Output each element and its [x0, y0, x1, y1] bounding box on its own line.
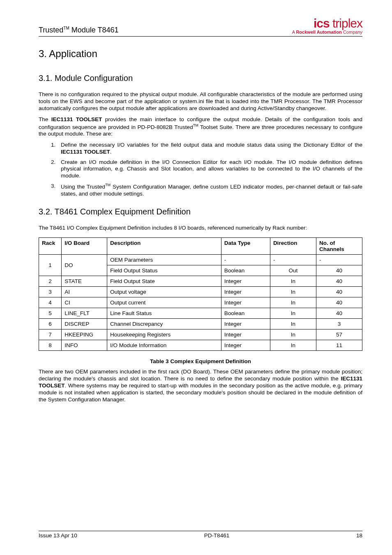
footer-right: 18 [356, 532, 362, 539]
list-item: Using the TrustedTM System Configuration… [61, 183, 362, 197]
cell-desc: Housekeeping Registers [107, 329, 221, 340]
cell-desc: Field Output Status [107, 265, 221, 276]
th-datatype: Data Type [221, 238, 270, 255]
cell-ioboard: INFO [62, 340, 107, 351]
logo-triplex: triplex [330, 16, 362, 30]
cell-channels: 40 [316, 297, 362, 308]
th-channels: No. of Channels [316, 238, 362, 255]
tm-superscript: TM [193, 123, 198, 127]
table-row: 8 INFO I/O Module Information Integer In… [39, 340, 362, 351]
cell-desc: Output voltage [107, 287, 221, 297]
logo-subtitle: A Rockwell Automation Company [292, 30, 362, 35]
section-3-2-p2: There are two OEM parameters included in… [39, 368, 362, 403]
cell-channels: 3 [316, 319, 362, 329]
list-item: Define the necessary I/O variables for t… [61, 142, 362, 156]
cell-channels: 11 [316, 340, 362, 351]
li1-bold: IEC1131 TOOLSET [61, 149, 110, 155]
page-footer: Issue 13 Apr 10 PD-T8461 18 [39, 531, 362, 539]
table-row: 2 STATE Field Output State Integer In 40 [39, 276, 362, 287]
cell-datatype: Integer [221, 340, 270, 351]
li3-a: Using the Trusted [61, 184, 105, 190]
cell-datatype: Integer [221, 287, 270, 297]
cell-desc: OEM Parameters [107, 255, 221, 265]
header-title: TrustedTM Module T8461 [39, 26, 119, 35]
table-row: 3 AI Output voltage Integer In 40 [39, 287, 362, 297]
p2-a: There are two OEM parameters included in… [39, 368, 362, 382]
p2-bold: IEC1131 TOOLSET [51, 116, 102, 122]
section-3-1-p2: The IEC1131 TOOLSET provides the main in… [39, 116, 362, 138]
tm-superscript: TM [63, 26, 69, 30]
cell-channels: 40 [316, 308, 362, 319]
page-header: TrustedTM Module T8461 ics triplex A Roc… [39, 16, 362, 37]
li1-a: Define the necessary I/O variables for t… [61, 142, 362, 148]
cell-channels: 40 [316, 265, 362, 276]
cell-direction: - [270, 255, 316, 265]
th-direction: Direction [270, 238, 316, 255]
cell-datatype: - [221, 255, 270, 265]
section-3-1-p1: There is no configuration required to th… [39, 91, 362, 112]
table-row: 4 CI Output current Integer In 40 [39, 297, 362, 308]
cell-desc: Channel Discrepancy [107, 319, 221, 329]
cell-ioboard: DISCREP [62, 319, 107, 329]
cell-datatype: Integer [221, 297, 270, 308]
table-row: 5 LINE_FLT Line Fault Status Boolean In … [39, 308, 362, 319]
equipment-table: Rack I/O Board Description Data Type Dir… [39, 237, 362, 351]
config-procedure-list: Define the necessary I/O variables for t… [39, 142, 362, 198]
footer-left: Issue 13 Apr 10 [39, 532, 77, 539]
cell-direction: In [270, 340, 316, 351]
list-item: Create an I/O module definition in the I… [61, 159, 362, 180]
logo-main: ics triplex [292, 16, 362, 30]
section-3-2-heading: 3.2. T8461 Complex Equipment Definition [39, 207, 362, 216]
logo: ics triplex A Rockwell Automation Compan… [292, 16, 362, 35]
section-3-heading: 3. Application [39, 48, 362, 60]
cell-direction: In [270, 297, 316, 308]
section-3-2: 3.2. T8461 Complex Equipment Definition … [39, 207, 362, 403]
cell-ioboard: AI [62, 287, 107, 297]
cell-datatype: Integer [221, 319, 270, 329]
cell-rack: 6 [39, 319, 62, 329]
cell-direction: In [270, 308, 316, 319]
cell-direction: In [270, 276, 316, 287]
th-description: Description [107, 238, 221, 255]
tm-superscript: TM [105, 183, 111, 187]
cell-direction: In [270, 329, 316, 340]
cell-datatype: Boolean [221, 308, 270, 319]
li1-b: . [110, 149, 112, 155]
cell-channels: 40 [316, 287, 362, 297]
cell-rack: 8 [39, 340, 62, 351]
cell-direction: In [270, 319, 316, 329]
logo-ics: ics [314, 16, 330, 30]
cell-rack: 7 [39, 329, 62, 340]
section-3-2-p1: The T8461 I/O Complex Equipment Definiti… [39, 225, 362, 232]
cell-datatype: Boolean [221, 265, 270, 276]
cell-datatype: Integer [221, 276, 270, 287]
logo-sub-rockwell: Rockwell Automation [296, 30, 341, 35]
cell-desc: Line Fault Status [107, 308, 221, 319]
cell-datatype: Integer [221, 329, 270, 340]
cell-channels: 57 [316, 329, 362, 340]
table-row: 6 DISCREP Channel Discrepancy Integer In… [39, 319, 362, 329]
cell-channels: - [316, 255, 362, 265]
cell-desc: Field Output State [107, 276, 221, 287]
cell-ioboard: DO [62, 255, 107, 276]
cell-rack: 3 [39, 287, 62, 297]
footer-center: PD-T8461 [204, 532, 230, 539]
table-row: 1 DO OEM Parameters - - - [39, 255, 362, 265]
cell-ioboard: HKEEPING [62, 329, 107, 340]
cell-ioboard: LINE_FLT [62, 308, 107, 319]
cell-desc: Output current [107, 297, 221, 308]
cell-rack: 2 [39, 276, 62, 287]
title-suffix: Module T8461 [69, 26, 119, 34]
logo-sub-company: Company [342, 30, 362, 35]
cell-ioboard: CI [62, 297, 107, 308]
cell-channels: 40 [316, 276, 362, 287]
table-header-row: Rack I/O Board Description Data Type Dir… [39, 238, 362, 255]
p2-b: . Where systems may be required to start… [39, 382, 362, 403]
cell-rack: 5 [39, 308, 62, 319]
cell-direction: Out [270, 265, 316, 276]
th-rack: Rack [39, 238, 62, 255]
title-prefix: Trusted [39, 26, 63, 34]
cell-ioboard: STATE [62, 276, 107, 287]
cell-desc: I/O Module Information [107, 340, 221, 351]
table-row: 7 HKEEPING Housekeeping Registers Intege… [39, 329, 362, 340]
